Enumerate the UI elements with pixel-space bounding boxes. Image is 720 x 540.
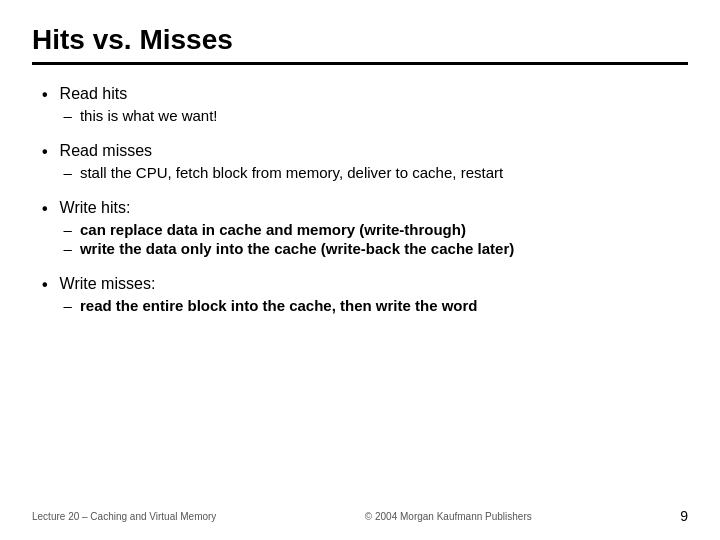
bullet-content-4: Write misses: – read the entire block in…: [60, 275, 688, 314]
bullet-content-3: Write hits: – can replace data in cache …: [60, 199, 688, 257]
dash-icon: –: [64, 240, 72, 257]
bullet-main-4: Write misses:: [60, 275, 688, 293]
bullet-main-1: Read hits: [60, 85, 688, 103]
bullet-dot-4: •: [42, 276, 48, 294]
footer-center: © 2004 Morgan Kaufmann Publishers: [365, 511, 532, 522]
bullet-sub-3-1: – write the data only into the cache (wr…: [64, 240, 688, 257]
slide-title: Hits vs. Misses: [32, 24, 688, 56]
sub-text-2-0: stall the CPU, fetch block from memory, …: [80, 164, 503, 181]
footer: Lecture 20 – Caching and Virtual Memory …: [32, 508, 688, 524]
footer-left: Lecture 20 – Caching and Virtual Memory: [32, 511, 216, 522]
bullet-content-1: Read hits – this is what we want!: [60, 85, 688, 124]
sub-text-3-0: can replace data in cache and memory (wr…: [80, 221, 466, 238]
bullet-sub-3-0: – can replace data in cache and memory (…: [64, 221, 688, 238]
bullet-sub-4-0: – read the entire block into the cache, …: [64, 297, 688, 314]
bullet-content-2: Read misses – stall the CPU, fetch block…: [60, 142, 688, 181]
bullet-item-write-hits: • Write hits: – can replace data in cach…: [42, 199, 688, 257]
bullet-dot-2: •: [42, 143, 48, 161]
bullet-item-read-misses: • Read misses – stall the CPU, fetch blo…: [42, 142, 688, 181]
dash-icon: –: [64, 107, 72, 124]
sub-text-4-0: read the entire block into the cache, th…: [80, 297, 478, 314]
sub-text-3-1: write the data only into the cache (writ…: [80, 240, 514, 257]
bullet-main-2: Read misses: [60, 142, 688, 160]
bullet-sub-2-0: – stall the CPU, fetch block from memory…: [64, 164, 688, 181]
dash-icon: –: [64, 297, 72, 314]
title-divider: [32, 62, 688, 65]
bullet-item-write-misses: • Write misses: – read the entire block …: [42, 275, 688, 314]
sub-text-1-0: this is what we want!: [80, 107, 218, 124]
bullet-item-read-hits: • Read hits – this is what we want!: [42, 85, 688, 124]
bullet-dot-3: •: [42, 200, 48, 218]
dash-icon: –: [64, 221, 72, 238]
bullet-main-3: Write hits:: [60, 199, 688, 217]
bullet-dot-1: •: [42, 86, 48, 104]
dash-icon: –: [64, 164, 72, 181]
bullet-sub-1-0: – this is what we want!: [64, 107, 688, 124]
slide: Hits vs. Misses • Read hits – this is wh…: [0, 0, 720, 540]
footer-page-number: 9: [680, 508, 688, 524]
content-area: • Read hits – this is what we want! • Re…: [32, 85, 688, 314]
